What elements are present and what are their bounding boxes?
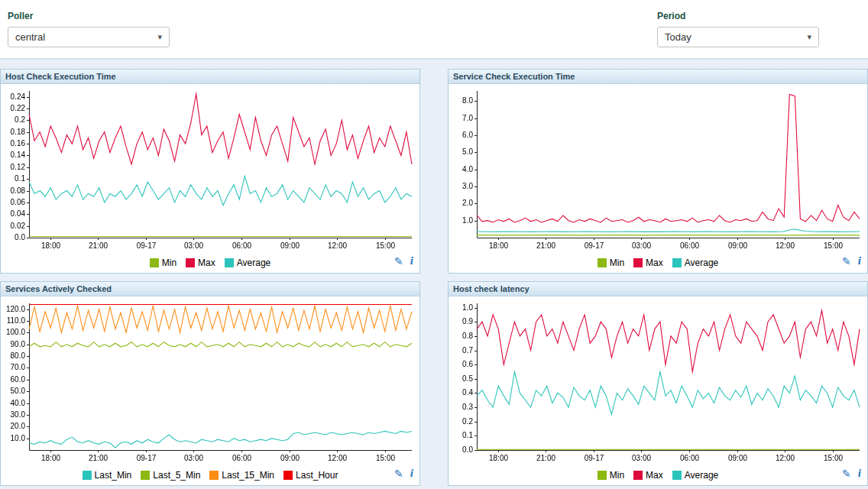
chart-legend: Last_MinLast_5_MinLast_15_MinLast_Hour <box>83 470 338 481</box>
period-select-value: Today <box>665 31 691 43</box>
legend-item-average[interactable]: Average <box>672 470 718 481</box>
edit-icon[interactable]: ✎ <box>394 256 403 267</box>
period-select[interactable]: Today ▾ <box>657 27 819 47</box>
chart-area <box>1 296 419 465</box>
legend-swatch <box>83 471 92 480</box>
legend-item-max[interactable]: Max <box>633 257 663 268</box>
legend-label: Average <box>237 257 270 268</box>
chart-area <box>1 84 419 253</box>
line-chart-canvas[interactable] <box>1 84 419 253</box>
legend-swatch <box>633 258 643 267</box>
chart-actions: ✎ i <box>394 468 413 479</box>
line-chart-canvas[interactable] <box>1 296 419 465</box>
info-icon[interactable]: i <box>410 468 413 479</box>
legend-label: Max <box>646 257 663 268</box>
legend-item-last_min[interactable]: Last_Min <box>83 470 132 481</box>
chart-panel-services-actively-checked: Services Actively Checked Last_MinLast_5… <box>0 281 420 486</box>
info-icon[interactable]: i <box>858 255 861 267</box>
line-chart-canvas[interactable] <box>449 84 867 253</box>
period-label: Period <box>657 11 819 21</box>
edit-icon[interactable]: ✎ <box>842 256 851 267</box>
legend-item-last_5_min[interactable]: Last_5_Min <box>141 470 200 481</box>
legend-swatch <box>283 471 293 480</box>
info-icon[interactable]: i <box>858 468 861 479</box>
legend-swatch <box>209 471 219 480</box>
poller-select-value: central <box>15 31 45 43</box>
legend-swatch <box>598 471 607 480</box>
line-chart-canvas[interactable] <box>449 296 867 465</box>
legend-label: Min <box>610 470 624 481</box>
legend-label: Max <box>198 257 215 268</box>
legend-swatch <box>672 258 682 267</box>
chart-actions: ✎ i <box>842 255 861 267</box>
legend-label: Last_Hour <box>296 470 338 481</box>
legend-swatch <box>598 258 607 267</box>
info-icon[interactable]: i <box>410 255 413 267</box>
chart-panel-service-check-execution-time: Service Check Execution Time MinMaxAvera… <box>448 69 868 274</box>
legend-swatch <box>633 471 643 480</box>
period-filter: Period Today ▾ <box>657 11 819 47</box>
legend-label: Max <box>646 470 663 481</box>
chart-area <box>449 84 867 253</box>
legend-item-min[interactable]: Min <box>598 470 624 481</box>
chart-legend: MinMaxAverage <box>150 257 271 268</box>
legend-swatch <box>150 258 159 267</box>
legend-item-average[interactable]: Average <box>672 257 718 268</box>
legend-item-max[interactable]: Max <box>633 470 663 481</box>
chart-footer: MinMaxAverage ✎ i <box>1 253 419 273</box>
legend-item-last_15_min[interactable]: Last_15_Min <box>209 470 274 481</box>
chart-title: Host check latency <box>449 282 867 296</box>
chart-footer: MinMaxAverage ✎ i <box>449 465 867 485</box>
chart-title: Services Actively Checked <box>1 282 419 296</box>
legend-label: Last_15_Min <box>222 470 274 481</box>
legend-label: Last_5_Min <box>153 470 200 481</box>
chart-panel-host-check-execution-time: Host Check Execution Time MinMaxAverage … <box>0 69 420 274</box>
chart-panel-host-check-latency: Host check latency MinMaxAverage ✎ i <box>448 281 868 486</box>
legend-label: Average <box>685 257 718 268</box>
legend-label: Min <box>610 257 624 268</box>
poller-label: Poller <box>8 11 170 21</box>
chart-legend: MinMaxAverage <box>598 257 719 268</box>
edit-icon[interactable]: ✎ <box>842 468 851 479</box>
legend-item-min[interactable]: Min <box>598 257 624 268</box>
edit-icon[interactable]: ✎ <box>394 468 403 479</box>
legend-swatch <box>672 471 682 480</box>
legend-swatch <box>225 258 234 267</box>
legend-item-min[interactable]: Min <box>150 257 177 268</box>
legend-swatch <box>186 258 195 267</box>
charts-grid: Host Check Execution Time MinMaxAverage … <box>0 60 868 486</box>
legend-label: Min <box>162 257 177 268</box>
chart-footer: Last_MinLast_5_MinLast_15_MinLast_Hour ✎… <box>1 465 419 485</box>
chart-legend: MinMaxAverage <box>598 470 719 481</box>
chart-title: Host Check Execution Time <box>1 70 419 84</box>
poller-select[interactable]: central ▾ <box>8 27 170 47</box>
legend-swatch <box>141 471 150 480</box>
filter-bar: Poller central ▾ Period Today ▾ <box>0 0 868 60</box>
legend-item-last_hour[interactable]: Last_Hour <box>283 470 338 481</box>
chart-footer: MinMaxAverage ✎ i <box>449 253 867 273</box>
chevron-down-icon: ▾ <box>807 33 811 41</box>
legend-item-average[interactable]: Average <box>225 257 270 268</box>
legend-label: Last_Min <box>95 470 132 481</box>
chart-title: Service Check Execution Time <box>449 70 867 84</box>
chart-actions: ✎ i <box>842 468 861 479</box>
legend-label: Average <box>685 470 718 481</box>
poller-filter: Poller central ▾ <box>8 11 170 47</box>
chart-area <box>449 296 867 465</box>
chart-actions: ✎ i <box>394 255 413 267</box>
chevron-down-icon: ▾ <box>157 33 162 41</box>
legend-item-max[interactable]: Max <box>186 257 215 268</box>
